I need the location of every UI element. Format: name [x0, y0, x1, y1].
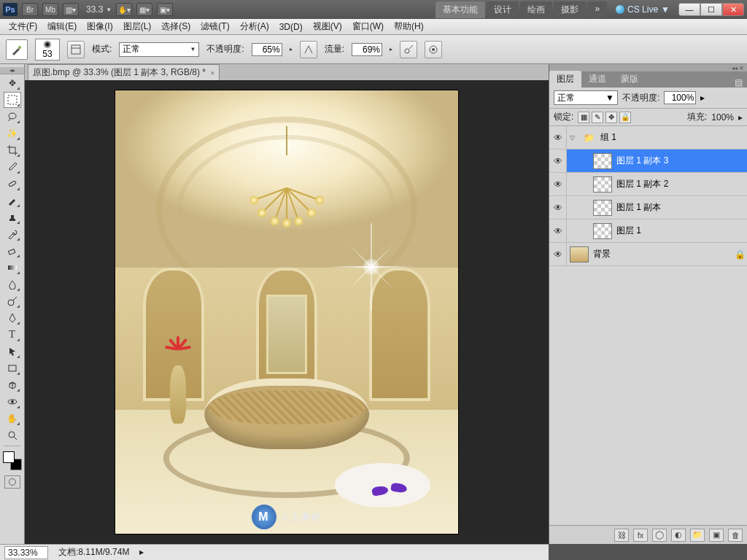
visibility-toggle[interactable]: 👁: [549, 126, 567, 149]
add-mask-button[interactable]: ◯: [652, 529, 667, 542]
layer-name[interactable]: 组 1: [600, 131, 616, 144]
gradient-tool[interactable]: [4, 260, 21, 276]
visibility-toggle[interactable]: 👁: [549, 173, 567, 195]
menu-analysis[interactable]: 分析(A): [236, 19, 274, 34]
foreground-color-swatch[interactable]: [3, 451, 15, 463]
opacity-flyout-icon[interactable]: ▸: [700, 93, 705, 103]
tab-layers[interactable]: 图层: [549, 71, 581, 88]
crop-tool[interactable]: [4, 142, 21, 158]
zoom-level-display[interactable]: 33.3 ▼: [86, 4, 112, 15]
visibility-toggle[interactable]: 👁: [549, 149, 567, 172]
layer-fill-input[interactable]: 100%: [711, 112, 734, 122]
layer-name[interactable]: 背景: [593, 248, 611, 260]
brush-preset-picker[interactable]: 53: [35, 39, 60, 61]
type-tool[interactable]: T: [4, 327, 21, 343]
blend-mode-select[interactable]: 正常 ▼: [119, 42, 199, 57]
visibility-toggle[interactable]: 👁: [549, 243, 567, 265]
workspace-design[interactable]: 设计: [487, 1, 519, 18]
workspace-essentials[interactable]: 基本功能: [436, 1, 485, 18]
layer-name[interactable]: 图层 1 副本 3: [616, 155, 668, 167]
layer-thumbnail[interactable]: [593, 223, 612, 239]
workspace-photography[interactable]: 摄影: [554, 1, 586, 18]
flow-input[interactable]: [352, 43, 382, 56]
layer-name[interactable]: 图层 1 副本 2: [616, 178, 668, 190]
airbrush-toggle[interactable]: [400, 41, 417, 58]
menu-3d[interactable]: 3D(D): [275, 20, 307, 34]
layer-name[interactable]: 图层 1: [616, 225, 641, 237]
color-swatches[interactable]: [3, 451, 22, 470]
close-tab-icon[interactable]: ×: [210, 69, 214, 77]
opacity-flyout-icon[interactable]: ▸: [290, 46, 293, 52]
minimize-button[interactable]: —: [678, 3, 700, 16]
menu-file[interactable]: 文件(F): [4, 19, 42, 34]
tablet-pressure-size-toggle[interactable]: [425, 41, 442, 58]
tab-paths[interactable]: 蒙版: [614, 71, 646, 88]
menu-view[interactable]: 视图(V): [309, 19, 347, 34]
opacity-input[interactable]: [252, 43, 282, 56]
clone-stamp-tool[interactable]: [4, 209, 21, 225]
tool-preset-picker[interactable]: [6, 39, 28, 60]
move-tool[interactable]: ✥: [4, 75, 21, 91]
pen-tool[interactable]: [4, 310, 21, 326]
hand-tool-shortcut[interactable]: ✋▾: [116, 3, 132, 16]
document-tab[interactable]: 原图.bmp @ 33.3% (图层 1 副本 3, RGB/8) * ×: [28, 64, 220, 80]
screen-mode-button[interactable]: ▣▾: [157, 3, 173, 16]
workspace-painting[interactable]: 绘画: [520, 1, 552, 18]
minibridge-button[interactable]: Mb: [42, 3, 58, 16]
layer-group-row[interactable]: 👁 ▽ 📁 组 1: [549, 126, 747, 149]
layer-blend-mode-select[interactable]: 正常 ▼: [554, 90, 618, 105]
menu-edit[interactable]: 编辑(E): [43, 19, 81, 34]
brush-tool[interactable]: [4, 192, 21, 209]
view-extras-button[interactable]: ▥▾: [63, 3, 79, 16]
visibility-toggle[interactable]: 👁: [549, 219, 567, 242]
bridge-button[interactable]: Br: [22, 3, 38, 16]
menu-help[interactable]: 帮助(H): [390, 19, 428, 34]
brush-panel-toggle[interactable]: [67, 41, 85, 58]
healing-brush-tool[interactable]: [4, 176, 21, 192]
layer-row[interactable]: 👁 图层 1 副本 3: [549, 149, 747, 173]
close-button[interactable]: ✕: [722, 3, 744, 16]
layer-row[interactable]: 👁 图层 1 副本: [549, 196, 747, 219]
dodge-tool[interactable]: [4, 293, 21, 309]
fill-flyout-icon[interactable]: ▸: [738, 112, 743, 122]
layer-thumbnail[interactable]: [570, 246, 589, 262]
eraser-tool[interactable]: [4, 243, 21, 259]
history-brush-tool[interactable]: [4, 226, 21, 242]
marquee-tool[interactable]: [4, 92, 21, 108]
layer-thumbnail[interactable]: [593, 200, 612, 216]
menu-select[interactable]: 选择(S): [157, 19, 195, 34]
layer-name[interactable]: 图层 1 副本: [616, 201, 661, 214]
adjustment-layer-button[interactable]: ◐: [671, 529, 686, 542]
delete-layer-button[interactable]: 🗑: [728, 529, 743, 542]
hand-tool[interactable]: ✋: [4, 411, 21, 427]
arrange-docs-button[interactable]: ▦▾: [136, 3, 152, 16]
status-flyout-icon[interactable]: ▶: [139, 549, 144, 556]
blur-tool[interactable]: [4, 276, 21, 292]
magic-wand-tool[interactable]: ✨: [4, 125, 21, 141]
lock-all-icon[interactable]: 🔒: [619, 112, 631, 123]
cs-live-button[interactable]: CS Live ▼: [616, 4, 670, 15]
flow-flyout-icon[interactable]: ▸: [390, 46, 392, 52]
maximize-button[interactable]: ☐: [700, 3, 722, 16]
visibility-toggle[interactable]: 👁: [549, 196, 567, 219]
link-layers-button[interactable]: ⛓: [614, 529, 629, 542]
layer-row[interactable]: 👁 图层 1 副本 2: [549, 173, 747, 196]
menu-filter[interactable]: 滤镜(T): [196, 19, 233, 34]
disclosure-triangle-icon[interactable]: ▽: [570, 134, 577, 141]
workspace-more[interactable]: »: [587, 1, 607, 18]
menu-layer[interactable]: 图层(L): [119, 19, 156, 34]
layer-row[interactable]: 👁 图层 1: [549, 219, 747, 243]
layer-thumbnail[interactable]: [593, 176, 612, 192]
layer-fx-button[interactable]: fx: [633, 529, 648, 542]
layer-opacity-input[interactable]: 100%: [664, 91, 696, 104]
path-selection-tool[interactable]: [4, 343, 21, 359]
canvas[interactable]: M 人人素材: [25, 80, 549, 544]
lasso-tool[interactable]: [4, 109, 21, 125]
quick-mask-toggle[interactable]: [4, 475, 20, 489]
menu-window[interactable]: 窗口(W): [348, 19, 388, 34]
menu-image[interactable]: 图像(I): [82, 19, 117, 34]
panel-menu-icon[interactable]: ▤: [730, 77, 747, 88]
opacity-pressure-toggle[interactable]: [300, 41, 317, 58]
tab-channels[interactable]: 通道: [581, 71, 614, 88]
3d-camera-tool[interactable]: [4, 394, 21, 410]
